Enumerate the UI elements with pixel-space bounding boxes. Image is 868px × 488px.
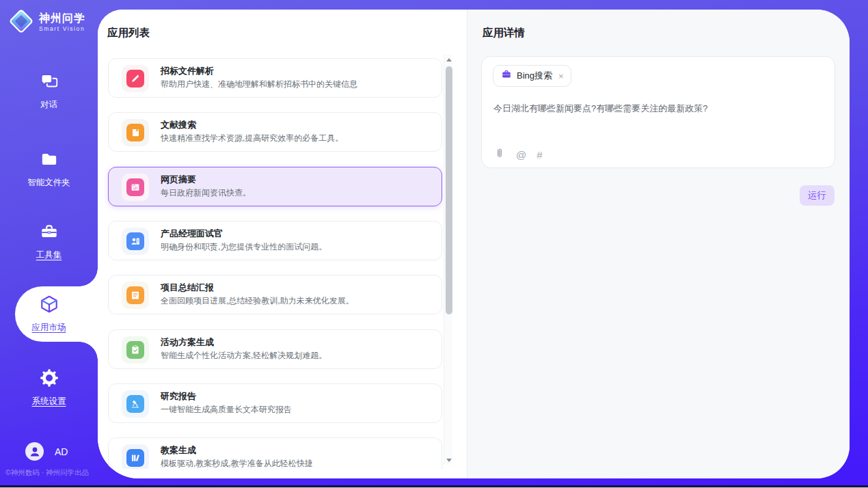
clipboard-check-icon xyxy=(126,341,144,359)
app-card-literature-search[interactable]: 文献搜索 快速精准查找学术资源,提高研究效率的必备工具。 xyxy=(108,112,442,152)
main-content: 应用列表 招标文件解析 帮助用户快速、准确地理解和解析招标书中的关键信息 xyxy=(98,10,850,478)
sidebar: 神州问学 Smart Vision 对话 智能文件夹 xyxy=(0,0,98,488)
app-card-project-summary[interactable]: 项目总结汇报 全面回顾项目进展,总结经验教训,助力未来优化发展。 xyxy=(108,275,442,314)
sidebar-item-app-market[interactable]: 应用市场 xyxy=(0,294,98,334)
scrollbar-thumb[interactable] xyxy=(446,66,452,314)
pen-square-icon xyxy=(126,70,144,87)
app-title: 项目总结汇报 xyxy=(161,282,214,294)
app-card-pm-interviewer[interactable]: 产品经理面试官 明确身份和职责,为您提供专业性的面试问题。 xyxy=(108,221,442,260)
app-card-bid-parse[interactable]: 招标文件解析 帮助用户快速、准确地理解和解析招标书中的关键信息 xyxy=(108,58,442,98)
app-desc: 每日政府新闻资讯快查。 xyxy=(161,187,251,199)
interviewer-icon xyxy=(126,232,144,250)
app-title: 研究报告 xyxy=(161,390,196,403)
logo-subtitle: Smart Vision xyxy=(39,26,85,32)
query-input-card[interactable]: Bing搜索 × 今日湖北有哪些新闻要点?有哪些需要关注的最新政策? @ # xyxy=(481,56,835,168)
logo-diamond-icon xyxy=(8,8,34,37)
list-scrollbar[interactable] xyxy=(444,55,452,465)
briefcase-icon xyxy=(501,69,512,83)
app-detail-title: 应用详情 xyxy=(483,26,525,40)
sidebar-item-settings[interactable]: 系统设置 xyxy=(0,368,98,407)
copyright-text: ©神州数码 · 神州问学出品 xyxy=(5,468,98,478)
app-desc: 明确身份和职责,为您提供专业性的面试问题。 xyxy=(161,241,327,253)
app-desc: 全面回顾项目进展,总结经验教训,助力未来优化发展。 xyxy=(161,295,354,307)
app-card-event-plan[interactable]: 活动方案生成 智能生成个性化活动方案,轻松解决规划难题。 xyxy=(108,329,442,369)
microscope-icon xyxy=(126,395,144,413)
sidebar-item-smart-folder[interactable]: 智能文件夹 xyxy=(0,149,98,189)
sidebar-item-chat[interactable]: 对话 xyxy=(0,71,98,111)
sidebar-item-label: 工具集 xyxy=(36,249,62,261)
mention-icon[interactable]: @ xyxy=(516,150,526,160)
attachment-toolbar: @ # xyxy=(493,147,543,162)
sidebar-item-label: 对话 xyxy=(40,99,57,111)
sidebar-item-label: 系统设置 xyxy=(32,396,66,407)
run-button[interactable]: 运行 xyxy=(800,185,835,206)
app-title: 教案生成 xyxy=(161,444,196,457)
app-window: 神州问学 Smart Vision 对话 智能文件夹 xyxy=(0,0,868,488)
app-detail-panel: 应用详情 Bing搜索 × 今日湖北有哪些新闻要点?有哪些需要关注的最新政策? xyxy=(467,10,850,478)
user-account[interactable]: AD xyxy=(25,442,68,461)
hash-icon[interactable]: # xyxy=(537,150,542,160)
app-title: 招标文件解析 xyxy=(161,65,214,77)
tag-close-icon[interactable]: × xyxy=(558,71,564,81)
books-icon xyxy=(126,449,144,467)
app-desc: 帮助用户快速、准确地理解和解析招标书中的关键信息 xyxy=(161,79,357,90)
sidebar-item-label: 智能文件夹 xyxy=(27,177,70,189)
app-list-panel: 应用列表 招标文件解析 帮助用户快速、准确地理解和解析招标书中的关键信息 xyxy=(98,10,467,478)
app-card-web-summary[interactable]: 网页摘要 每日政府新闻资讯快查。 xyxy=(108,167,442,206)
scroll-up-button[interactable] xyxy=(444,55,453,64)
scroll-down-button[interactable] xyxy=(444,455,453,465)
app-title: 文献搜索 xyxy=(161,119,196,131)
note-icon xyxy=(126,286,144,304)
tool-tag-label: Bing搜索 xyxy=(517,70,552,82)
gear-icon xyxy=(39,368,59,391)
query-text[interactable]: 今日湖北有哪些新闻要点?有哪些需要关注的最新政策? xyxy=(493,102,824,116)
app-list: 招标文件解析 帮助用户快速、准确地理解和解析招标书中的关键信息 文献搜索 快速精… xyxy=(98,51,443,469)
book-icon xyxy=(126,124,144,141)
app-card-research-report[interactable]: 研究报告 一键智能生成高质量长文本研究报告 xyxy=(108,383,442,423)
app-card-lesson-plan[interactable]: 教案生成 模板驱动,教案秒成,教学准备从此轻松快捷 xyxy=(108,437,442,469)
app-desc: 模板驱动,教案秒成,教学准备从此轻松快捷 xyxy=(161,458,313,469)
tool-tag-bing-search[interactable]: Bing搜索 × xyxy=(493,65,571,87)
app-title: 活动方案生成 xyxy=(161,336,214,349)
user-name: AD xyxy=(55,446,68,457)
app-desc: 一键智能生成高质量长文本研究报告 xyxy=(161,404,292,416)
toolbox-icon xyxy=(39,221,59,245)
app-desc: 智能生成个性化活动方案,轻松解决规划难题。 xyxy=(161,350,327,362)
paperclip-icon[interactable] xyxy=(493,147,506,162)
app-desc: 快速精准查找学术资源,提高研究效率的必备工具。 xyxy=(161,133,343,144)
logo-title: 神州问学 xyxy=(39,13,85,25)
sidebar-item-label: 应用市场 xyxy=(32,322,66,334)
chat-icon xyxy=(39,71,59,94)
app-logo: 神州问学 Smart Vision xyxy=(8,8,85,37)
app-title: 网页摘要 xyxy=(161,174,196,186)
browser-code-icon xyxy=(126,178,144,196)
folder-icon xyxy=(39,149,59,172)
app-list-title: 应用列表 xyxy=(107,26,150,40)
avatar xyxy=(25,442,44,461)
cube-icon xyxy=(39,294,59,317)
sidebar-item-toolset[interactable]: 工具集 xyxy=(0,221,98,261)
app-title: 产品经理面试官 xyxy=(161,228,223,240)
